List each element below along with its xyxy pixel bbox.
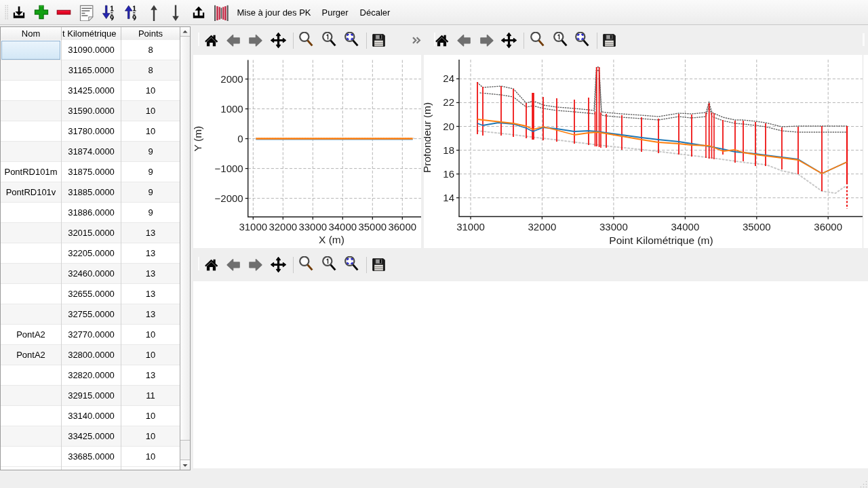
- svg-text:18: 18: [443, 144, 454, 156]
- svg-text:14: 14: [443, 192, 454, 203]
- svg-text:35000: 35000: [358, 221, 387, 232]
- svg-text:20: 20: [443, 121, 454, 132]
- svg-text:−2000: −2000: [215, 192, 243, 204]
- svg-text:36000: 36000: [388, 221, 416, 232]
- svg-text:31000: 31000: [239, 221, 267, 232]
- svg-text:36000: 36000: [814, 221, 842, 232]
- svg-text:16: 16: [443, 168, 454, 180]
- svg-text:−1000: −1000: [215, 163, 243, 174]
- svg-text:33000: 33000: [599, 221, 628, 232]
- svg-text:24: 24: [443, 73, 454, 84]
- svg-text:Y (m): Y (m): [193, 126, 203, 152]
- svg-text:33000: 33000: [298, 221, 327, 232]
- svg-text:0: 0: [237, 133, 243, 144]
- svg-text:32000: 32000: [269, 221, 297, 232]
- svg-text:32000: 32000: [528, 221, 557, 232]
- svg-text:22: 22: [443, 96, 454, 108]
- svg-text:Profondeur (m): Profondeur (m): [424, 102, 433, 173]
- svg-text:X (m): X (m): [319, 234, 344, 245]
- svg-text:Point Kilométrique (m): Point Kilométrique (m): [609, 235, 713, 246]
- svg-text:35000: 35000: [743, 221, 771, 232]
- svg-text:1000: 1000: [220, 103, 243, 115]
- svg-text:34000: 34000: [671, 221, 700, 232]
- svg-text:31000: 31000: [456, 221, 485, 232]
- svg-text:2000: 2000: [220, 73, 243, 85]
- svg-text:34000: 34000: [328, 221, 357, 232]
